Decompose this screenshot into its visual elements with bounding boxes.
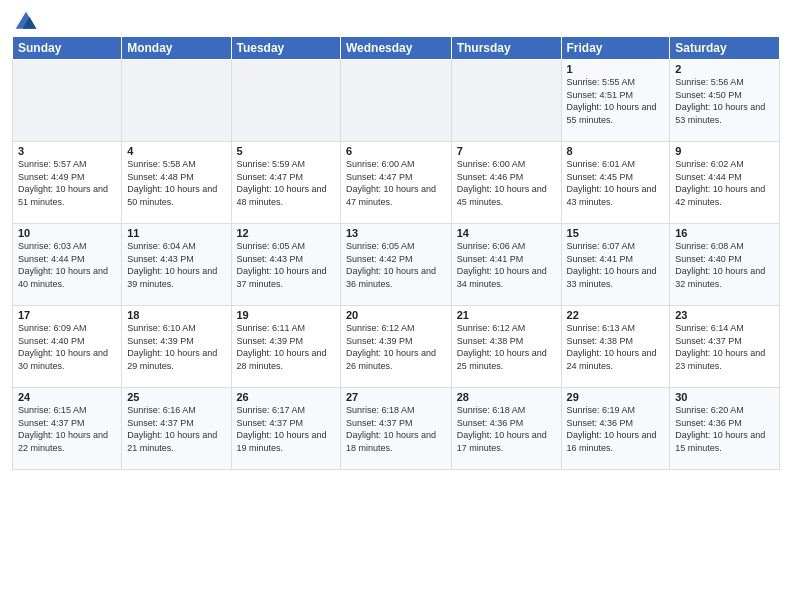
day-info: Sunrise: 6:11 AM Sunset: 4:39 PM Dayligh… xyxy=(237,322,335,372)
col-header-wednesday: Wednesday xyxy=(340,37,451,60)
day-info: Sunrise: 6:18 AM Sunset: 4:37 PM Dayligh… xyxy=(346,404,446,454)
calendar-cell: 14Sunrise: 6:06 AM Sunset: 4:41 PM Dayli… xyxy=(451,224,561,306)
day-info: Sunrise: 6:18 AM Sunset: 4:36 PM Dayligh… xyxy=(457,404,556,454)
col-header-saturday: Saturday xyxy=(670,37,780,60)
calendar-week-1: 3Sunrise: 5:57 AM Sunset: 4:49 PM Daylig… xyxy=(13,142,780,224)
day-info: Sunrise: 6:12 AM Sunset: 4:39 PM Dayligh… xyxy=(346,322,446,372)
logo-icon xyxy=(14,10,38,34)
day-info: Sunrise: 6:01 AM Sunset: 4:45 PM Dayligh… xyxy=(567,158,665,208)
day-number: 1 xyxy=(567,63,665,75)
calendar-cell: 6Sunrise: 6:00 AM Sunset: 4:47 PM Daylig… xyxy=(340,142,451,224)
day-info: Sunrise: 6:20 AM Sunset: 4:36 PM Dayligh… xyxy=(675,404,774,454)
day-number: 4 xyxy=(127,145,225,157)
day-info: Sunrise: 6:12 AM Sunset: 4:38 PM Dayligh… xyxy=(457,322,556,372)
calendar-cell xyxy=(122,60,231,142)
day-number: 21 xyxy=(457,309,556,321)
calendar-week-2: 10Sunrise: 6:03 AM Sunset: 4:44 PM Dayli… xyxy=(13,224,780,306)
day-number: 27 xyxy=(346,391,446,403)
day-info: Sunrise: 6:07 AM Sunset: 4:41 PM Dayligh… xyxy=(567,240,665,290)
day-number: 23 xyxy=(675,309,774,321)
day-info: Sunrise: 6:08 AM Sunset: 4:40 PM Dayligh… xyxy=(675,240,774,290)
day-number: 26 xyxy=(237,391,335,403)
day-number: 18 xyxy=(127,309,225,321)
day-info: Sunrise: 5:58 AM Sunset: 4:48 PM Dayligh… xyxy=(127,158,225,208)
calendar-cell xyxy=(13,60,122,142)
day-number: 20 xyxy=(346,309,446,321)
logo xyxy=(12,10,38,30)
day-number: 7 xyxy=(457,145,556,157)
day-info: Sunrise: 5:57 AM Sunset: 4:49 PM Dayligh… xyxy=(18,158,116,208)
col-header-sunday: Sunday xyxy=(13,37,122,60)
col-header-tuesday: Tuesday xyxy=(231,37,340,60)
day-number: 19 xyxy=(237,309,335,321)
calendar-cell: 27Sunrise: 6:18 AM Sunset: 4:37 PM Dayli… xyxy=(340,388,451,470)
col-header-thursday: Thursday xyxy=(451,37,561,60)
main-container: SundayMondayTuesdayWednesdayThursdayFrid… xyxy=(0,0,792,612)
day-number: 2 xyxy=(675,63,774,75)
calendar-cell: 18Sunrise: 6:10 AM Sunset: 4:39 PM Dayli… xyxy=(122,306,231,388)
calendar-week-4: 24Sunrise: 6:15 AM Sunset: 4:37 PM Dayli… xyxy=(13,388,780,470)
day-number: 15 xyxy=(567,227,665,239)
day-number: 22 xyxy=(567,309,665,321)
calendar-cell: 26Sunrise: 6:17 AM Sunset: 4:37 PM Dayli… xyxy=(231,388,340,470)
day-info: Sunrise: 6:05 AM Sunset: 4:42 PM Dayligh… xyxy=(346,240,446,290)
day-info: Sunrise: 6:19 AM Sunset: 4:36 PM Dayligh… xyxy=(567,404,665,454)
calendar-week-3: 17Sunrise: 6:09 AM Sunset: 4:40 PM Dayli… xyxy=(13,306,780,388)
day-info: Sunrise: 6:03 AM Sunset: 4:44 PM Dayligh… xyxy=(18,240,116,290)
day-info: Sunrise: 6:09 AM Sunset: 4:40 PM Dayligh… xyxy=(18,322,116,372)
day-info: Sunrise: 6:14 AM Sunset: 4:37 PM Dayligh… xyxy=(675,322,774,372)
day-number: 5 xyxy=(237,145,335,157)
calendar-cell: 29Sunrise: 6:19 AM Sunset: 4:36 PM Dayli… xyxy=(561,388,670,470)
day-number: 12 xyxy=(237,227,335,239)
calendar-cell: 7Sunrise: 6:00 AM Sunset: 4:46 PM Daylig… xyxy=(451,142,561,224)
calendar-cell: 30Sunrise: 6:20 AM Sunset: 4:36 PM Dayli… xyxy=(670,388,780,470)
calendar-cell: 20Sunrise: 6:12 AM Sunset: 4:39 PM Dayli… xyxy=(340,306,451,388)
day-number: 11 xyxy=(127,227,225,239)
day-number: 16 xyxy=(675,227,774,239)
calendar-cell xyxy=(231,60,340,142)
day-number: 25 xyxy=(127,391,225,403)
calendar-cell: 11Sunrise: 6:04 AM Sunset: 4:43 PM Dayli… xyxy=(122,224,231,306)
day-info: Sunrise: 6:13 AM Sunset: 4:38 PM Dayligh… xyxy=(567,322,665,372)
day-info: Sunrise: 6:16 AM Sunset: 4:37 PM Dayligh… xyxy=(127,404,225,454)
calendar-cell: 13Sunrise: 6:05 AM Sunset: 4:42 PM Dayli… xyxy=(340,224,451,306)
calendar-header-row: SundayMondayTuesdayWednesdayThursdayFrid… xyxy=(13,37,780,60)
day-info: Sunrise: 5:56 AM Sunset: 4:50 PM Dayligh… xyxy=(675,76,774,126)
day-number: 8 xyxy=(567,145,665,157)
day-info: Sunrise: 6:06 AM Sunset: 4:41 PM Dayligh… xyxy=(457,240,556,290)
day-info: Sunrise: 6:17 AM Sunset: 4:37 PM Dayligh… xyxy=(237,404,335,454)
calendar-cell: 8Sunrise: 6:01 AM Sunset: 4:45 PM Daylig… xyxy=(561,142,670,224)
day-number: 30 xyxy=(675,391,774,403)
calendar-cell: 9Sunrise: 6:02 AM Sunset: 4:44 PM Daylig… xyxy=(670,142,780,224)
day-number: 13 xyxy=(346,227,446,239)
calendar-cell xyxy=(451,60,561,142)
calendar-cell: 4Sunrise: 5:58 AM Sunset: 4:48 PM Daylig… xyxy=(122,142,231,224)
day-info: Sunrise: 6:05 AM Sunset: 4:43 PM Dayligh… xyxy=(237,240,335,290)
day-number: 14 xyxy=(457,227,556,239)
calendar-cell: 16Sunrise: 6:08 AM Sunset: 4:40 PM Dayli… xyxy=(670,224,780,306)
day-info: Sunrise: 6:04 AM Sunset: 4:43 PM Dayligh… xyxy=(127,240,225,290)
col-header-friday: Friday xyxy=(561,37,670,60)
day-number: 17 xyxy=(18,309,116,321)
calendar-cell: 21Sunrise: 6:12 AM Sunset: 4:38 PM Dayli… xyxy=(451,306,561,388)
header xyxy=(12,10,780,30)
day-number: 10 xyxy=(18,227,116,239)
day-info: Sunrise: 6:10 AM Sunset: 4:39 PM Dayligh… xyxy=(127,322,225,372)
col-header-monday: Monday xyxy=(122,37,231,60)
calendar-cell: 28Sunrise: 6:18 AM Sunset: 4:36 PM Dayli… xyxy=(451,388,561,470)
calendar-cell xyxy=(340,60,451,142)
calendar-cell: 3Sunrise: 5:57 AM Sunset: 4:49 PM Daylig… xyxy=(13,142,122,224)
calendar-cell: 25Sunrise: 6:16 AM Sunset: 4:37 PM Dayli… xyxy=(122,388,231,470)
calendar-table: SundayMondayTuesdayWednesdayThursdayFrid… xyxy=(12,36,780,470)
calendar-cell: 12Sunrise: 6:05 AM Sunset: 4:43 PM Dayli… xyxy=(231,224,340,306)
day-info: Sunrise: 5:55 AM Sunset: 4:51 PM Dayligh… xyxy=(567,76,665,126)
calendar-cell: 15Sunrise: 6:07 AM Sunset: 4:41 PM Dayli… xyxy=(561,224,670,306)
calendar-cell: 24Sunrise: 6:15 AM Sunset: 4:37 PM Dayli… xyxy=(13,388,122,470)
day-number: 9 xyxy=(675,145,774,157)
day-number: 29 xyxy=(567,391,665,403)
calendar-cell: 2Sunrise: 5:56 AM Sunset: 4:50 PM Daylig… xyxy=(670,60,780,142)
day-number: 3 xyxy=(18,145,116,157)
day-info: Sunrise: 6:00 AM Sunset: 4:47 PM Dayligh… xyxy=(346,158,446,208)
calendar-cell: 10Sunrise: 6:03 AM Sunset: 4:44 PM Dayli… xyxy=(13,224,122,306)
calendar-cell: 19Sunrise: 6:11 AM Sunset: 4:39 PM Dayli… xyxy=(231,306,340,388)
